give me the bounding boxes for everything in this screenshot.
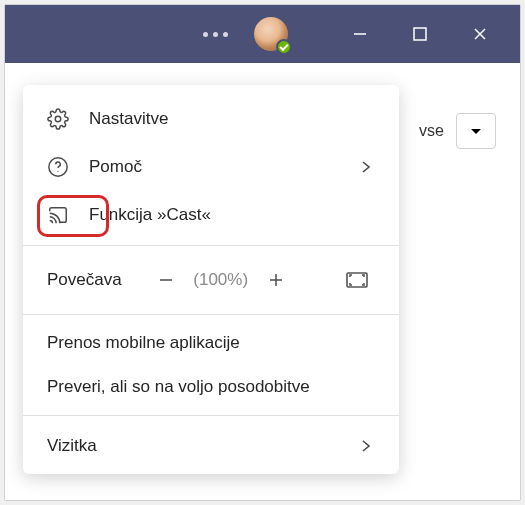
menu-item-download-mobile[interactable]: Prenos mobilne aplikacije bbox=[23, 321, 399, 365]
menu-item-help[interactable]: Pomoč bbox=[23, 143, 399, 191]
menu-divider bbox=[23, 314, 399, 315]
menu-item-label: Funkcija »Cast« bbox=[89, 205, 375, 225]
more-options-button[interactable] bbox=[203, 32, 228, 37]
gear-icon bbox=[47, 108, 69, 130]
menu-item-settings[interactable]: Nastavitve bbox=[23, 95, 399, 143]
settings-menu: Nastavitve Pomoč bbox=[23, 85, 399, 474]
menu-item-label: Pomoč bbox=[89, 157, 357, 177]
app-window: vse Nastavitve Pomoč bbox=[4, 4, 521, 501]
svg-rect-1 bbox=[414, 28, 426, 40]
cast-icon bbox=[47, 204, 69, 226]
titlebar bbox=[5, 5, 520, 63]
menu-item-label: Preveri, ali so na voljo posodobitve bbox=[47, 377, 310, 396]
zoom-value: (100%) bbox=[186, 270, 256, 290]
svg-point-4 bbox=[55, 116, 61, 122]
svg-point-6 bbox=[57, 171, 58, 172]
zoom-label: Povečava bbox=[47, 270, 122, 290]
menu-item-label: Nastavitve bbox=[89, 109, 375, 129]
filter-dropdown-button[interactable] bbox=[456, 113, 496, 149]
filter-label: vse bbox=[419, 122, 444, 140]
maximize-button[interactable] bbox=[390, 5, 450, 63]
help-icon bbox=[47, 156, 69, 178]
zoom-in-button[interactable] bbox=[256, 262, 296, 298]
menu-item-cast[interactable]: Funkcija »Cast« bbox=[23, 191, 399, 239]
menu-item-about[interactable]: Vizitka bbox=[23, 422, 399, 470]
menu-item-label: Vizitka bbox=[47, 436, 357, 456]
filter-control: vse bbox=[419, 113, 496, 149]
close-button[interactable] bbox=[450, 5, 510, 63]
menu-item-label: Prenos mobilne aplikacije bbox=[47, 333, 240, 352]
profile-avatar[interactable] bbox=[252, 15, 290, 53]
menu-divider bbox=[23, 245, 399, 246]
chevron-right-icon bbox=[357, 158, 375, 176]
menu-item-check-updates[interactable]: Preveri, ali so na voljo posodobitve bbox=[23, 365, 399, 409]
zoom-control: Povečava (100%) bbox=[23, 252, 399, 308]
fullscreen-button[interactable] bbox=[339, 262, 375, 298]
zoom-out-button[interactable] bbox=[146, 262, 186, 298]
presence-available-icon bbox=[276, 39, 292, 55]
minimize-button[interactable] bbox=[330, 5, 390, 63]
chevron-right-icon bbox=[357, 437, 375, 455]
menu-divider bbox=[23, 415, 399, 416]
